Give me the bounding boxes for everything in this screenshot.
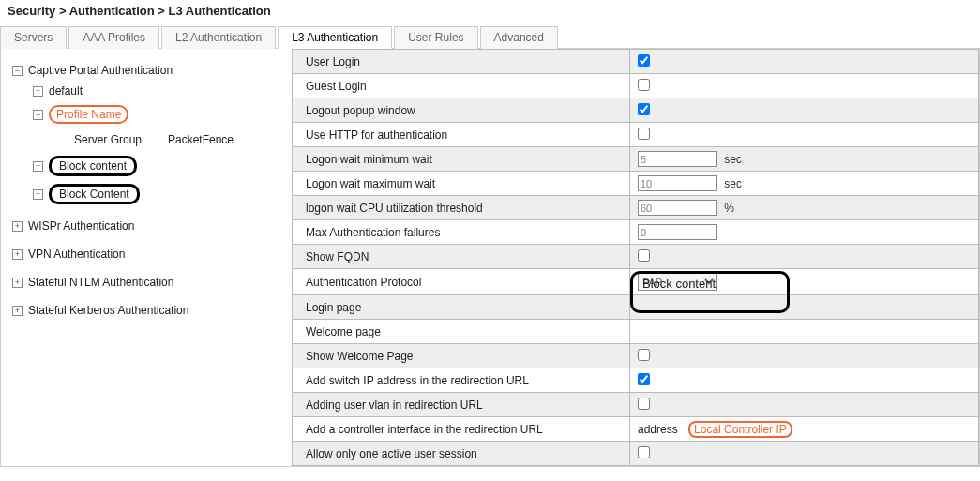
tree-captive-portal-auth[interactable]: Captive Portal Authentication	[12, 60, 284, 81]
tree-profile-name[interactable]: Profile Name	[12, 101, 284, 128]
settings-form: User Login Guest Login Logout popup wind…	[292, 49, 979, 466]
row-add-ctrl-if-label: Add a controller interface in the redire…	[293, 417, 630, 442]
row-show-fqdn-label: Show FQDN	[293, 245, 630, 269]
user-login-checkbox[interactable]	[638, 54, 650, 67]
tree-label: VPN Authentication	[28, 248, 125, 261]
row-welcome-page-label: Welcome page	[293, 320, 630, 344]
block-content-highlight: Block Content	[49, 184, 140, 204]
tree-wispr-auth[interactable]: WISPr Authentication	[12, 216, 284, 236]
collapse-icon[interactable]	[12, 66, 23, 76]
expand-icon[interactable]	[12, 306, 23, 316]
auth-proto-select[interactable]: PAP	[638, 273, 717, 291]
add-user-vlan-checkbox[interactable]	[638, 398, 650, 410]
tree-block-content-2[interactable]: Block Content	[12, 180, 284, 208]
show-fqdn-checkbox[interactable]	[638, 249, 650, 262]
breadcrumb: Security > Authentication > L3 Authentic…	[0, 0, 980, 22]
tab-l3-authentication[interactable]: L3 Authentication	[278, 26, 392, 49]
sidebar-tree: Captive Portal Authentication default Pr…	[1, 49, 292, 466]
max-fail-input[interactable]	[638, 224, 717, 240]
tree-server-group-row[interactable]: Server Group PacketFence	[12, 128, 284, 152]
row-show-welcome-label: Show Welcome Page	[293, 344, 630, 368]
use-http-checkbox[interactable]	[638, 128, 650, 140]
add-switch-ip-checkbox[interactable]	[638, 373, 650, 385]
guest-login-checkbox[interactable]	[638, 79, 650, 91]
tab-advanced[interactable]: Advanced	[480, 26, 558, 49]
tabs-bar: Servers AAA Profiles L2 Authentication L…	[0, 25, 980, 49]
tab-servers[interactable]: Servers	[0, 26, 67, 49]
unit-sec: sec	[724, 177, 742, 190]
tree-label: Stateful NTLM Authentication	[28, 276, 173, 289]
expand-icon[interactable]	[12, 278, 23, 288]
row-add-switch-ip-label: Add switch IP address in the redirection…	[293, 368, 630, 393]
server-group-label: Server Group	[74, 133, 168, 146]
cpu-thresh-input[interactable]	[638, 200, 717, 216]
row-cpu-thresh-label: logon wait CPU utilization threshold	[293, 196, 630, 220]
tab-l2-authentication[interactable]: L2 Authentication	[161, 26, 276, 49]
expand-icon[interactable]	[33, 189, 43, 200]
profile-name-highlight: Profile Name	[49, 105, 128, 124]
unit-sec: sec	[724, 153, 742, 166]
expand-icon[interactable]	[33, 161, 43, 172]
row-login-page-label: Login page	[293, 295, 630, 320]
row-max-wait-label: Logon wait maximum wait	[293, 172, 630, 196]
tree-kerberos-auth[interactable]: Stateful Kerberos Authentication	[12, 300, 284, 321]
expand-icon[interactable]	[12, 249, 23, 260]
unit-pct: %	[724, 202, 734, 215]
local-controller-ip-highlight: Local Controller IP	[688, 421, 792, 438]
row-logout-popup-label: Logout popup window	[293, 98, 630, 123]
min-wait-input[interactable]	[638, 151, 717, 167]
tree-label: Captive Portal Authentication	[28, 64, 173, 77]
tree-ntlm-auth[interactable]: Stateful NTLM Authentication	[12, 272, 284, 293]
collapse-icon[interactable]	[33, 110, 43, 120]
tree-vpn-auth[interactable]: VPN Authentication	[12, 244, 284, 264]
logout-popup-checkbox[interactable]	[638, 103, 650, 115]
row-user-login-label: User Login	[293, 50, 630, 74]
show-welcome-checkbox[interactable]	[638, 349, 650, 361]
block-content-highlight: Block content	[49, 156, 137, 176]
tree-label: WISPr Authentication	[28, 219, 134, 233]
row-one-session-label: Allow only one active user session	[293, 442, 630, 466]
tree-block-content-1[interactable]: Block content	[12, 152, 284, 180]
server-group-value: PacketFence	[168, 133, 234, 146]
expand-icon[interactable]	[33, 86, 43, 97]
one-session-checkbox[interactable]	[638, 446, 650, 458]
tree-default[interactable]: default	[12, 81, 284, 101]
tab-aaa-profiles[interactable]: AAA Profiles	[68, 26, 159, 49]
row-auth-proto-label: Authentication Protocol	[293, 269, 630, 295]
tree-label: default	[49, 84, 83, 98]
expand-icon[interactable]	[12, 221, 23, 232]
row-max-fail-label: Max Authentication failures	[293, 220, 630, 245]
row-use-http-label: Use HTTP for authentication	[293, 123, 630, 147]
tree-label: Stateful Kerberos Authentication	[28, 304, 188, 317]
max-wait-input[interactable]	[638, 175, 717, 191]
row-min-wait-label: Logon wait minimum wait	[293, 147, 630, 172]
address-label: address	[638, 423, 678, 436]
row-guest-login-label: Guest Login	[293, 74, 630, 98]
tab-user-rules[interactable]: User Rules	[394, 26, 477, 49]
row-add-user-vlan-label: Adding user vlan in redirection URL	[293, 393, 630, 417]
